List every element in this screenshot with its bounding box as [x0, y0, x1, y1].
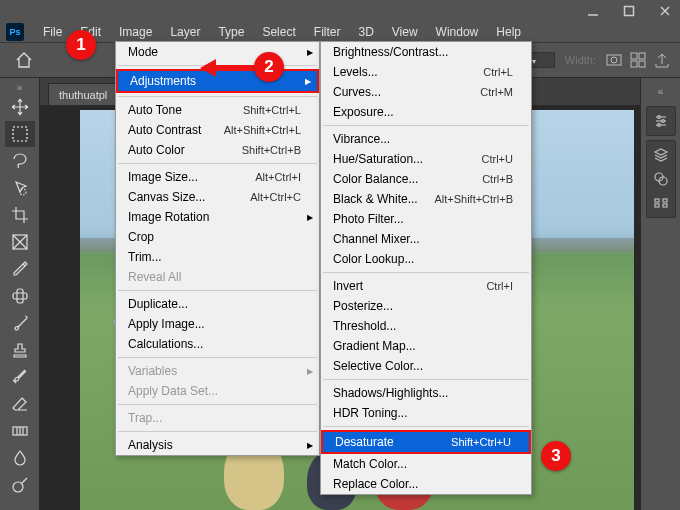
menu-item-crop[interactable]: Crop: [116, 227, 319, 247]
svg-rect-32: [663, 199, 667, 202]
gradient-tool[interactable]: [5, 418, 35, 444]
menu-item-auto-contrast[interactable]: Auto ContrastAlt+Shift+Ctrl+L: [116, 120, 319, 140]
eraser-tool[interactable]: [5, 391, 35, 417]
menu-item-levels[interactable]: Levels...Ctrl+L: [321, 62, 531, 82]
marquee-tool[interactable]: [5, 121, 35, 147]
menu-item-match-color[interactable]: Match Color...: [321, 454, 531, 474]
width-label: Width:: [565, 54, 596, 66]
svg-rect-10: [13, 127, 27, 141]
dodge-tool[interactable]: [5, 472, 35, 498]
svg-rect-6: [631, 53, 637, 59]
mask-icon[interactable]: [606, 52, 622, 68]
home-icon[interactable]: [10, 46, 38, 74]
menu-adjustments-dropdown: Brightness/Contrast...Levels...Ctrl+LCur…: [320, 41, 532, 495]
stamp-tool[interactable]: [5, 337, 35, 363]
menu-item-apply-data-set: Apply Data Set...: [116, 381, 319, 401]
menu-item-exposure[interactable]: Exposure...: [321, 102, 531, 122]
menu-item-image-rotation[interactable]: Image Rotation: [116, 207, 319, 227]
document-tab[interactable]: thuthuatpl: [48, 83, 120, 105]
menu-item-auto-color[interactable]: Auto ColorShift+Ctrl+B: [116, 140, 319, 160]
callout-arrow-2: [214, 65, 258, 70]
menu-item-shadows-highlights[interactable]: Shadows/Highlights...: [321, 383, 531, 403]
menu-item-duplicate[interactable]: Duplicate...: [116, 294, 319, 314]
menubar: Ps File Edit Image Layer Type Select Fil…: [0, 22, 680, 42]
menu-item-trim[interactable]: Trim...: [116, 247, 319, 267]
share-icon[interactable]: [654, 52, 670, 68]
move-tool[interactable]: [5, 94, 35, 120]
menu-item-mode[interactable]: Mode: [116, 42, 319, 62]
menu-item-calculations[interactable]: Calculations...: [116, 334, 319, 354]
menu-item-color-balance[interactable]: Color Balance...Ctrl+B: [321, 169, 531, 189]
tools-panel: »: [0, 78, 40, 510]
window-minimize-button[interactable]: [584, 2, 602, 20]
menu-filter[interactable]: Filter: [305, 23, 350, 41]
svg-rect-16: [13, 293, 27, 299]
brush-tool[interactable]: [5, 310, 35, 336]
svg-rect-8: [631, 61, 637, 67]
toolbar-collapse-icon[interactable]: »: [5, 80, 35, 94]
panel-channels-icon[interactable]: [649, 169, 673, 189]
menu-window[interactable]: Window: [427, 23, 488, 41]
menu-item-trap: Trap...: [116, 408, 319, 428]
menu-item-curves[interactable]: Curves...Ctrl+M: [321, 82, 531, 102]
window-maximize-button[interactable]: [620, 2, 638, 20]
quick-select-tool[interactable]: [5, 175, 35, 201]
menu-item-adjustments[interactable]: Adjustments: [118, 71, 317, 91]
svg-rect-1: [625, 7, 634, 16]
menu-help[interactable]: Help: [487, 23, 530, 41]
menu-item-hue-saturation[interactable]: Hue/Saturation...Ctrl+U: [321, 149, 531, 169]
menu-item-canvas-size[interactable]: Canvas Size...Alt+Ctrl+C: [116, 187, 319, 207]
callout-2: 2: [254, 52, 284, 82]
menu-item-black-white[interactable]: Black & White...Alt+Shift+Ctrl+B: [321, 189, 531, 209]
frame-tool[interactable]: [5, 229, 35, 255]
history-brush-tool[interactable]: [5, 364, 35, 390]
svg-rect-7: [639, 53, 645, 59]
menu-item-threshold[interactable]: Threshold...: [321, 316, 531, 336]
menu-item-photo-filter[interactable]: Photo Filter...: [321, 209, 531, 229]
blur-tool[interactable]: [5, 445, 35, 471]
panel-properties-icon[interactable]: [649, 111, 673, 131]
panels-collapse-icon[interactable]: «: [646, 84, 676, 98]
menu-item-brightness-contrast[interactable]: Brightness/Contrast...: [321, 42, 531, 62]
menu-3d[interactable]: 3D: [349, 23, 382, 41]
menu-item-posterize[interactable]: Posterize...: [321, 296, 531, 316]
lasso-tool[interactable]: [5, 148, 35, 174]
panel-layers-icon[interactable]: [649, 145, 673, 165]
menu-item-color-lookup[interactable]: Color Lookup...: [321, 249, 531, 269]
menu-item-hdr-toning[interactable]: HDR Toning...: [321, 403, 531, 423]
menu-item-desaturate[interactable]: DesaturateShift+Ctrl+U: [323, 432, 529, 452]
menu-item-gradient-map[interactable]: Gradient Map...: [321, 336, 531, 356]
menu-image[interactable]: Image: [110, 23, 161, 41]
menu-layer[interactable]: Layer: [161, 23, 209, 41]
panel-paths-icon[interactable]: [649, 193, 673, 213]
menu-item-vibrance[interactable]: Vibrance...: [321, 129, 531, 149]
menu-item-variables: Variables: [116, 361, 319, 381]
svg-rect-34: [663, 204, 667, 207]
menu-item-analysis[interactable]: Analysis: [116, 435, 319, 455]
menu-view[interactable]: View: [383, 23, 427, 41]
panels-dock: «: [640, 78, 680, 510]
menu-file[interactable]: File: [34, 23, 71, 41]
healing-tool[interactable]: [5, 283, 35, 309]
menu-select[interactable]: Select: [253, 23, 304, 41]
menu-item-image-size[interactable]: Image Size...Alt+Ctrl+I: [116, 167, 319, 187]
svg-rect-9: [639, 61, 645, 67]
svg-point-5: [611, 57, 617, 63]
menu-item-selective-color[interactable]: Selective Color...: [321, 356, 531, 376]
eyedropper-tool[interactable]: [5, 256, 35, 282]
svg-point-21: [13, 482, 23, 492]
crop-tool[interactable]: [5, 202, 35, 228]
grid-icon[interactable]: [630, 52, 646, 68]
window-close-button[interactable]: [656, 2, 674, 20]
menu-image-dropdown: ModeAdjustmentsAuto ToneShift+Ctrl+LAuto…: [115, 41, 320, 456]
menu-item-apply-image[interactable]: Apply Image...: [116, 314, 319, 334]
menu-type[interactable]: Type: [209, 23, 253, 41]
callout-3: 3: [541, 441, 571, 471]
callout-1: 1: [66, 30, 96, 60]
menu-item-replace-color[interactable]: Replace Color...: [321, 474, 531, 494]
menu-item-reveal-all: Reveal All: [116, 267, 319, 287]
menu-item-channel-mixer[interactable]: Channel Mixer...: [321, 229, 531, 249]
menu-item-invert[interactable]: InvertCtrl+I: [321, 276, 531, 296]
menu-item-auto-tone[interactable]: Auto ToneShift+Ctrl+L: [116, 100, 319, 120]
app-logo: Ps: [6, 23, 24, 41]
